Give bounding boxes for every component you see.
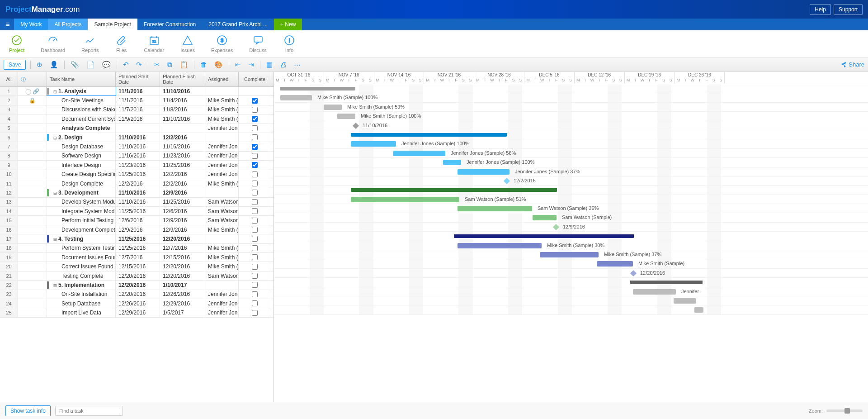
start-date-cell[interactable]: 11/10/2016 [116,188,160,197]
finish-date-cell[interactable]: 11/23/2016 [160,152,205,160]
task-name-cell[interactable]: On-Site Installation [47,290,116,299]
gantt-milestone[interactable] [630,270,637,276]
tab-new-project[interactable]: + New [274,19,302,30]
complete-cell[interactable] [239,244,271,252]
complete-checkbox[interactable] [252,291,258,297]
undo-icon[interactable]: ↶ [122,61,130,69]
assigned-cell[interactable]: Jennifer Jones [205,170,239,179]
finish-date-cell[interactable]: 12/20/2016 [160,262,205,271]
finish-date-cell[interactable]: 12/2/2016 [160,179,205,188]
task-row[interactable]: 21Testing Complete12/20/201612/20/2016Sa… [0,271,274,281]
complete-cell[interactable] [239,133,271,142]
assigned-cell[interactable]: Jennifer Jones [205,299,239,308]
paste-icon[interactable]: 📋 [178,61,189,69]
task-row[interactable]: 14Integrate System Module11/25/201612/6/… [0,207,274,216]
task-name-cell[interactable]: ⊟1. Analysis [47,87,116,95]
task-row[interactable]: 11Design Complete12/2/201612/2/2016Mike … [0,179,274,188]
assigned-cell[interactable]: Jennifer Jones [205,290,239,299]
complete-cell[interactable] [239,170,271,179]
task-name-cell[interactable]: Interface Design [47,161,116,169]
start-date-cell[interactable] [116,124,160,133]
start-date-cell[interactable]: 11/9/2016 [116,114,160,123]
col-finish[interactable]: Planned Finish Date [160,72,205,86]
complete-checkbox[interactable] [252,208,258,214]
finish-date-cell[interactable]: 12/20/2016 [160,271,205,280]
outdent-icon[interactable]: ⇤ [234,61,242,69]
task-name-cell[interactable]: Analysis Complete [47,124,116,133]
gantt-summary-bar[interactable] [351,188,557,192]
gantt-task-bar[interactable] [540,252,599,257]
complete-checkbox[interactable] [252,227,258,233]
add-icon[interactable]: ⊕ [35,61,44,69]
tool-files[interactable]: Files [115,35,128,53]
finish-date-cell[interactable]: 12/26/2016 [160,290,205,299]
task-name-cell[interactable]: On-Site Meetings [47,96,116,105]
tool-issues[interactable]: Issues [180,35,195,53]
assigned-cell[interactable] [205,188,239,197]
col-assigned[interactable]: Assigned [205,72,239,86]
complete-checkbox[interactable] [252,300,258,306]
complete-cell[interactable] [239,308,271,317]
start-date-cell[interactable]: 12/26/2016 [116,299,160,308]
start-date-cell[interactable]: 11/1/2016 [116,87,160,95]
task-row[interactable]: 10Create Design Specificati11/25/201612/… [0,170,274,179]
task-name-cell[interactable]: Design Complete [47,179,116,188]
start-date-cell[interactable]: 12/20/2016 [116,271,160,280]
tool-info[interactable]: iInfo [283,35,296,53]
tool-reports[interactable]: Reports [81,35,99,53]
tab-forester[interactable]: Forester Construction [137,19,202,30]
complete-checkbox[interactable] [252,153,258,159]
finish-date-cell[interactable]: 12/6/2016 [160,207,205,215]
complete-checkbox[interactable] [252,273,258,279]
start-date-cell[interactable]: 11/25/2016 [116,244,160,252]
complete-cell[interactable] [239,299,271,308]
gantt-task-bar[interactable] [533,215,557,220]
finish-date-cell[interactable]: 11/4/2016 [160,96,205,105]
gantt-task-bar[interactable] [458,243,542,248]
assigned-cell[interactable]: Jennifer Jones [205,152,239,160]
assigned-cell[interactable] [205,133,239,142]
expand-icon[interactable]: ⊟ [53,237,57,242]
task-row[interactable]: 18Perform System Testing11/25/201612/7/2… [0,244,274,253]
task-row[interactable]: 17⊟4. Testing11/25/201612/20/2016 [0,234,274,243]
assigned-cell[interactable]: Jennifer Jones [205,142,239,151]
task-name-cell[interactable]: Develop System Modules [47,198,116,206]
gantt-task-bar[interactable] [458,206,532,211]
task-row[interactable]: 12⊟3. Development11/10/201612/9/2016 [0,188,274,197]
finish-date-cell[interactable]: 1/5/2017 [160,308,205,317]
complete-checkbox[interactable] [252,162,258,168]
complete-checkbox[interactable] [252,116,258,122]
task-row[interactable]: 13Develop System Modules11/10/201611/25/… [0,198,274,207]
assigned-cell[interactable]: Sam Watson (S [205,207,239,215]
task-name-cell[interactable]: Document Current System [47,114,116,123]
start-date-cell[interactable]: 11/10/2016 [116,133,160,142]
task-row[interactable]: 16Development Complete12/9/201612/9/2016… [0,225,274,234]
finish-date-cell[interactable]: 12/9/2016 [160,216,205,224]
tool-calendar[interactable]: 31Calendar [144,35,165,53]
complete-checkbox[interactable] [252,144,258,150]
task-name-cell[interactable]: Perform System Testing [47,244,116,252]
task-grid[interactable]: All ⓘ Task Name Planned Start Date Plann… [0,72,274,402]
menu-icon[interactable]: ≡ [4,19,14,30]
task-name-cell[interactable]: ⊟4. Testing [47,234,116,243]
attach-icon[interactable]: 📎 [69,61,80,69]
task-name-cell[interactable]: Correct Issues Found [47,262,116,271]
assigned-cell[interactable]: Mike Smith (Sa [205,179,239,188]
start-date-cell[interactable]: 12/7/2016 [116,253,160,262]
start-date-cell[interactable]: 11/7/2016 [116,105,160,114]
expand-icon[interactable]: ⊟ [53,136,57,140]
tab-sample-project[interactable]: Sample Project [88,19,137,30]
person-icon[interactable]: 👤 [48,61,60,69]
delete-icon[interactable]: 🗑 [199,61,208,68]
task-name-cell[interactable]: Setup Database [47,299,116,308]
complete-cell[interactable] [239,142,271,151]
complete-cell[interactable] [239,253,271,262]
col-all[interactable]: All [0,72,18,86]
gantt-task-bar[interactable] [443,160,461,165]
assigned-cell[interactable]: Sam Watson (S [205,271,239,280]
complete-cell[interactable] [239,198,271,206]
start-date-cell[interactable]: 12/15/2016 [116,262,160,271]
gantt-task-bar[interactable] [633,289,676,295]
task-row[interactable]: 6⊟2. Design11/10/201612/2/2016 [0,133,274,142]
assigned-cell[interactable]: Sam Watson (S [205,198,239,206]
